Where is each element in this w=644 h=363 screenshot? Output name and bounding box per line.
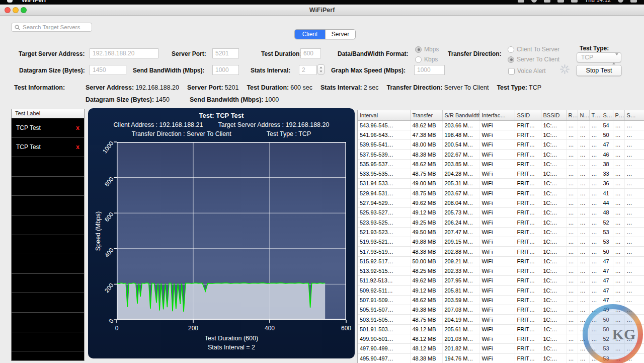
- info-item: Transfer Direction:Server To Client: [387, 84, 489, 91]
- x-axis-tick-label: 200: [188, 325, 198, 332]
- table-row[interactable]: 499.90-501…48.12 MB201.03 M…WiFiFRIT…1C:…: [358, 334, 644, 344]
- table-row[interactable]: 539.95-541…48.00 MB200.54 M…WiFiFRIT…1C:…: [358, 140, 644, 150]
- table-row[interactable]: 495.90-497…48.38 MB194.76 M…WiFiFRIT…1C:…: [358, 353, 644, 363]
- menubar-app-name[interactable]: WiFiPerf: [22, 0, 46, 4]
- server-port-field[interactable]: 5201: [212, 48, 239, 58]
- display-status-icon[interactable]: [518, 0, 524, 3]
- table-row[interactable]: 515.92-517…50.00 MB209.21 M…WiFiFRIT…1C:…: [358, 256, 644, 266]
- table-row[interactable]: 529.94-531…48.75 MB203.67 M…WiFiFRIT…1C:…: [358, 188, 644, 198]
- column-header[interactable]: T…: [589, 110, 601, 120]
- radio-icon: [415, 56, 422, 63]
- table-row[interactable]: 507.91-509…48.62 MB203.59 M…WiFiFRIT…1C:…: [358, 295, 644, 305]
- column-header[interactable]: S…: [601, 110, 613, 120]
- tab-client[interactable]: Client: [295, 30, 325, 39]
- format-mbps-radio[interactable]: Mbps: [415, 45, 439, 54]
- table-row[interactable]: 513.92-515…48.25 MB202.33 M…WiFiFRIT…1C:…: [358, 266, 644, 275]
- remove-test-icon[interactable]: x: [76, 143, 79, 151]
- table-row[interactable]: 525.93-527…49.12 MB205.73 M…WiFiFRIT…1C:…: [358, 208, 644, 217]
- volume-status-icon[interactable]: [557, 0, 564, 3]
- table-row[interactable]: 519.93-521…49.88 MB209.15 M…WiFiFRIT…1C:…: [358, 237, 644, 247]
- target-server-address-field[interactable]: 192.168.188.20: [90, 48, 158, 58]
- test-list-empty-row: [12, 235, 84, 255]
- battery-status-icon[interactable]: [571, 0, 578, 3]
- bluetooth-status-icon[interactable]: [531, 0, 537, 3]
- popup-arrows-icon: [612, 54, 618, 63]
- stats-interval-stepper[interactable]: [317, 64, 325, 75]
- test-information-title: Test Information:: [14, 84, 65, 91]
- test-type-label: Test Type:: [580, 45, 609, 52]
- test-list-empty-row: [12, 293, 84, 313]
- table-row[interactable]: 523.93-525…49.25 MB206.24 M…WiFiFRIT…1C:…: [358, 217, 644, 227]
- column-header[interactable]: S…: [624, 110, 644, 120]
- column-header[interactable]: SSID: [515, 110, 541, 120]
- wifi-status-icon[interactable]: [544, 0, 550, 3]
- column-header[interactable]: P…: [613, 110, 624, 120]
- server-port-label: Server Port:: [172, 50, 206, 57]
- search-placeholder: Search Target Servers: [23, 24, 80, 30]
- table-row[interactable]: 531.94-533…49.00 MB205.31 M…WiFiFRIT…1C:…: [358, 179, 644, 188]
- table-row[interactable]: 543.96-545…48.62 MB203.66 M…WiFiFRIT…1C:…: [358, 120, 644, 130]
- test-list-empty-row: [12, 351, 84, 361]
- chart-transfer-direction: Transfer Direction : Server To Client: [132, 130, 231, 137]
- spotlight-icon[interactable]: [618, 0, 623, 3]
- table-row[interactable]: 533.95-535…48.75 MB204.28 M…WiFiFRIT…1C:…: [358, 169, 644, 178]
- test-duration-field[interactable]: 600: [300, 48, 321, 58]
- column-header[interactable]: S/R Bandwidth: [442, 110, 479, 120]
- direction-server-to-client-radio[interactable]: Server To Client: [508, 55, 559, 64]
- table-row[interactable]: 509.92-511…49.12 MB205.81 M…WiFiFRIT…1C:…: [358, 285, 644, 295]
- direction-client-to-server-radio[interactable]: Client To Server: [508, 45, 559, 54]
- test-list-item[interactable]: TCP Testx: [12, 118, 84, 138]
- datagram-size-field[interactable]: 1450: [90, 65, 126, 75]
- remove-test-icon[interactable]: x: [76, 124, 79, 131]
- table-row[interactable]: 541.96-543…47.38 MB198.48 M…WiFiFRIT…1C:…: [358, 130, 644, 139]
- stats-interval-label: Stats Interval:: [251, 67, 290, 74]
- test-list-empty-row: [12, 332, 84, 352]
- menubar-clock[interactable]: Thu 14:12: [585, 0, 611, 3]
- table-row[interactable]: 527.94-529…49.62 MB208.04 M…WiFiFRIT…1C:…: [358, 198, 644, 207]
- voice-alert-checkbox[interactable]: Voice Alert: [508, 66, 546, 76]
- graph-max-speed-field[interactable]: 1000: [414, 65, 445, 75]
- table-row[interactable]: 537.95-539…48.38 MB202.67 M…WiFiFRIT…1C:…: [358, 150, 644, 159]
- chart-x-axis-label: Test Duration (600): [117, 335, 346, 342]
- format-kbps-radio[interactable]: Kbps: [415, 55, 439, 64]
- test-list-header[interactable]: Test Label: [11, 109, 85, 118]
- table-row[interactable]: 505.91-507…49.38 MB207.03 M…WiFiFRIT…1C:…: [358, 305, 644, 315]
- stop-test-button[interactable]: Stop Test: [576, 65, 622, 76]
- column-header[interactable]: BSSID: [541, 110, 566, 120]
- column-header[interactable]: Transfer: [410, 110, 442, 120]
- column-header[interactable]: N…: [578, 110, 589, 120]
- format-label: Data/BandWidth Format:: [338, 50, 409, 57]
- transfer-direction-label: Transfer Direction:: [448, 50, 502, 57]
- column-header[interactable]: R…: [566, 110, 578, 120]
- info-item: Stats Interval:2 sec: [320, 84, 379, 91]
- test-list-item[interactable]: TCP Testx: [12, 138, 84, 158]
- datagram-size-label: Datagram Size (Bytes):: [19, 67, 85, 74]
- test-type-popup[interactable]: TCP: [577, 52, 621, 62]
- stats-interval-field[interactable]: 2: [299, 65, 316, 75]
- search-target-servers-field[interactable]: Search Target Servers: [11, 23, 92, 32]
- chart-plot-area: [117, 142, 346, 320]
- graph-max-speed-label: Graph Max Speed (Mbps):: [331, 67, 406, 74]
- chart-title: Test: TCP Test: [88, 112, 355, 119]
- x-axis-tick-label: 600: [341, 325, 351, 332]
- table-row[interactable]: 511.92-513…49.62 MB207.95 M…WiFiFRIT…1C:…: [358, 276, 644, 285]
- radio-icon: [508, 46, 514, 53]
- column-header[interactable]: Interfac…: [479, 110, 515, 120]
- chart-y-axis-label: Speed (Mbps): [95, 211, 102, 251]
- table-row[interactable]: 535.95-537…48.62 MB203.85 M…WiFiFRIT…1C:…: [358, 159, 644, 169]
- control-center-icon[interactable]: [630, 0, 637, 3]
- column-header[interactable]: Interval: [358, 110, 410, 120]
- x-axis-tick-label: 400: [265, 325, 275, 332]
- table-row[interactable]: 521.93-523…49.50 MB207.47 M…WiFiFRIT…1C:…: [358, 227, 644, 237]
- test-label: TCP Test: [16, 143, 41, 151]
- tab-server[interactable]: Server: [325, 30, 355, 39]
- apple-menu-icon[interactable]: [7, 0, 13, 3]
- test-list-empty-row: [12, 157, 84, 177]
- table-row[interactable]: 501.91-503…49.12 MB205.61 M…WiFiFRIT…1C:…: [358, 324, 644, 334]
- table-row[interactable]: 503.91-505…48.75 MB204.19 M…WiFiFRIT…1C:…: [358, 315, 644, 324]
- search-icon: [15, 25, 20, 30]
- info-item: Server Port:5201: [187, 84, 238, 91]
- table-row[interactable]: 497.90-499…48.12 MB201.82 M…WiFiFRIT…1C:…: [358, 344, 644, 353]
- send-bandwidth-field[interactable]: 1000: [212, 65, 239, 75]
- table-row[interactable]: 517.93-519…48.38 MB202.88 M…WiFiFRIT…1C:…: [358, 247, 644, 256]
